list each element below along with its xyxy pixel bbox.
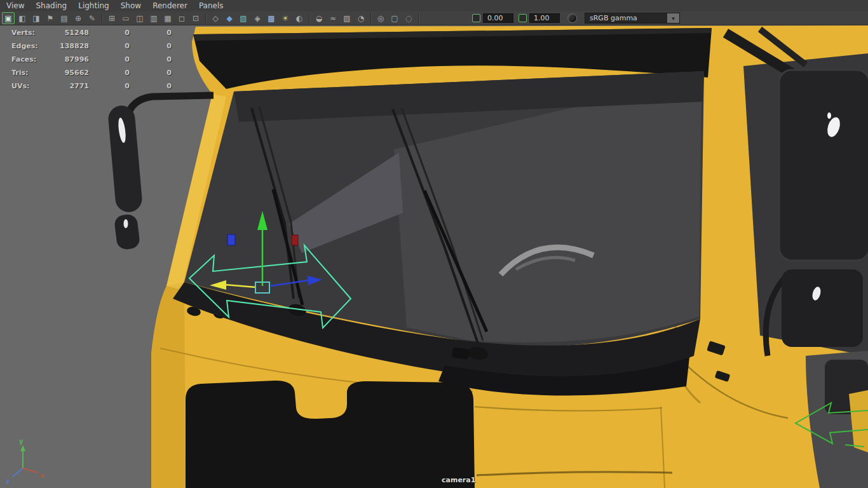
two-d-pan-zoom-icon[interactable]: ⊕ (72, 12, 85, 24)
gamma-field[interactable]: 1.00 (529, 13, 560, 23)
chevron-down-icon[interactable]: ▾ (667, 13, 679, 23)
xray-joints-icon[interactable]: ◌ (402, 12, 415, 24)
axis-y-label: y (19, 438, 24, 445)
viewport-3d-scene: y x z (0, 25, 868, 488)
gate-mask-icon[interactable]: ▥ (147, 12, 160, 24)
axis-x-label: x (40, 472, 44, 479)
camera-attributes-icon[interactable]: ◨ (30, 12, 43, 24)
menu-panels[interactable]: Panels (193, 0, 229, 11)
view-axis-indicator[interactable]: y x z (6, 438, 44, 485)
toolbar-divider (418, 13, 419, 23)
checkered-display-icon[interactable]: ▩ (265, 12, 278, 24)
menu-view[interactable]: View (6, 0, 30, 11)
safe-title-icon[interactable]: ⊡ (189, 12, 202, 24)
menu-renderer[interactable]: Renderer (147, 0, 193, 11)
film-gate-icon[interactable]: ▭ (119, 12, 132, 24)
toolbar-divider (370, 13, 371, 23)
safe-action-icon[interactable]: ◻ (175, 12, 188, 24)
selected-camera-icon[interactable]: ▣ (2, 12, 15, 24)
xy-plane-handle[interactable] (292, 235, 298, 245)
view-transform-value: sRGB gamma (585, 13, 667, 23)
panel-menubar: View Shading Lighting Show Renderer Pane… (0, 0, 868, 11)
toolbar-divider (102, 13, 102, 23)
shadows-display-icon[interactable]: ◐ (293, 12, 306, 24)
grease-pencil-icon[interactable]: ✎ (86, 12, 98, 24)
exposure-field[interactable]: 0.00 (483, 13, 513, 23)
textured-display-icon[interactable]: ▧ (237, 12, 250, 24)
yz-plane-handle[interactable] (227, 234, 235, 245)
wireframe-display-icon[interactable]: ◇ (209, 12, 222, 24)
bookmarks-icon[interactable]: ⚑ (44, 12, 57, 24)
use-default-material-icon[interactable]: ◈ (251, 12, 264, 24)
depth-of-field-icon[interactable]: ◔ (355, 12, 367, 24)
truck-model[interactable] (107, 25, 868, 488)
field-chart-icon[interactable]: ▦ (161, 12, 174, 24)
use-all-lights-icon[interactable]: ☀ (279, 12, 292, 24)
multisample-anti-aliasing-icon[interactable]: ▨ (341, 12, 353, 24)
toolbar-divider (309, 13, 309, 23)
panel-toolbar-icons: ▣◧◨⚑▤⊕✎⊞▭◫▥▦◻⊡◇◆▧◈▩☀◐◒≈▨◔◎▢◌ (1, 11, 421, 25)
maya-panel-window: View Shading Lighting Show Renderer Pane… (0, 0, 868, 488)
camera-name-label: camera1 (442, 476, 475, 484)
image-plane-icon[interactable]: ▤ (58, 12, 71, 24)
menu-shading[interactable]: Shading (30, 0, 72, 11)
toolbar-divider (205, 13, 206, 23)
xray-display-icon[interactable]: ▢ (388, 12, 401, 24)
menu-lighting[interactable]: Lighting (72, 0, 115, 11)
view-transform-dropdown[interactable]: sRGB gamma ▾ (585, 13, 680, 24)
exposure-toggle-icon[interactable] (472, 14, 480, 22)
resolution-gate-icon[interactable]: ◫ (133, 12, 146, 24)
viewport-canvas[interactable]: y x z Verts: 51248 0 0 Edges: 138828 0 0… (0, 25, 868, 488)
isolate-select-icon[interactable]: ◎ (374, 12, 387, 24)
menu-show[interactable]: Show (115, 0, 147, 11)
color-management-icon[interactable] (567, 13, 577, 23)
axis-z-label: z (6, 478, 10, 485)
smooth-shade-all-icon[interactable]: ◆ (223, 12, 236, 24)
grid-icon[interactable]: ⊞ (105, 12, 118, 24)
gamma-toggle-icon[interactable] (519, 14, 527, 22)
screen-space-ambient-occlusion-icon[interactable]: ◒ (313, 12, 325, 24)
panel-toolbar: ▣◧◨⚑▤⊕✎⊞▭◫▥▦◻⊡◇◆▧◈▩☀◐◒≈▨◔◎▢◌ 0.00 1.00 s… (0, 11, 868, 25)
lock-camera-icon[interactable]: ◧ (16, 12, 29, 24)
motion-blur-icon[interactable]: ≈ (327, 12, 339, 24)
